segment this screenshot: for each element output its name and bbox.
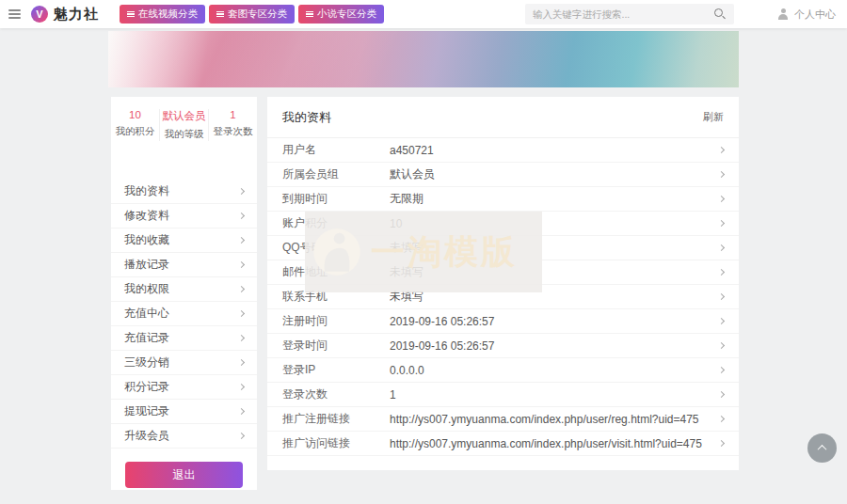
stat-value: 1 (209, 109, 257, 120)
sidebar-menu-item[interactable]: 我的收藏 (111, 228, 257, 253)
profile-row-value: 2019-09-16 05:26:57 (390, 339, 719, 353)
stat-label: 我的等级 (160, 128, 208, 141)
stat-item: 10 我的积分 (111, 109, 159, 141)
profile-row-value: a450721 (390, 144, 719, 157)
profile-row-value: 2019-09-16 05:26:57 (390, 315, 719, 328)
chevron-right-icon (718, 220, 725, 227)
search-input[interactable] (525, 4, 714, 24)
sidebar-menu-item[interactable]: 升级会员 (111, 424, 257, 449)
sidebar-menu-item[interactable]: 充值记录 (111, 326, 257, 351)
profile-row-value: 无限期 (390, 191, 719, 207)
logout-button[interactable]: 退出 (125, 462, 243, 488)
sidebar-menu-label: 积分记录 (124, 379, 169, 395)
sidebar-menu-item[interactable]: 提现记录 (111, 400, 257, 424)
chevron-right-icon (238, 433, 245, 439)
profile-row-label: 联系手机 (282, 289, 390, 305)
chevron-right-icon (718, 269, 725, 276)
category-nav-button[interactable]: 小说专区分类 (298, 5, 384, 24)
sidebar-menu-label: 升级会员 (124, 428, 169, 444)
chevron-right-icon (238, 310, 245, 317)
profile-row-value: 0.0.0.0 (390, 364, 719, 377)
chevron-right-icon (718, 391, 725, 398)
profile-sidebar: 10 我的积分 默认会员 我的等级 1 登录次数 我的资料 修改资料 (111, 97, 257, 490)
profile-row-value: 默认会员 (390, 166, 719, 182)
profile-row-label: 推广注册链接 (282, 411, 390, 427)
sidebar-menu-label: 充值记录 (124, 330, 169, 346)
profile-row[interactable]: 登录次数 1 (267, 383, 739, 407)
chevron-up-icon (818, 445, 827, 454)
sidebar-menu-item[interactable]: 充值中心 (111, 302, 257, 326)
category-nav-button[interactable]: 套图专区分类 (209, 5, 295, 24)
profile-row[interactable]: 登录IP 0.0.0.0 (267, 358, 739, 383)
search-bar (525, 4, 734, 24)
refresh-button[interactable]: 刷新 (703, 110, 724, 124)
list-icon (306, 11, 313, 18)
sidebar-menu-label: 我的收藏 (124, 232, 169, 248)
sidebar-menu-label: 修改资料 (124, 208, 169, 224)
chevron-right-icon (718, 318, 725, 324)
profile-row[interactable]: QQ号码 未填写 (267, 236, 739, 260)
stat-label: 登录次数 (209, 125, 257, 138)
profile-row[interactable]: 到期时间 无限期 (267, 187, 739, 212)
profile-row[interactable]: 推广注册链接 http://ys007.ymyuanma.com/index.p… (267, 407, 739, 432)
profile-row[interactable]: 用户名 a450721 (267, 138, 739, 163)
person-icon (777, 8, 790, 20)
profile-row[interactable]: 登录时间 2019-09-16 05:26:57 (267, 334, 739, 358)
chevron-right-icon (238, 213, 245, 219)
scroll-to-top-button[interactable] (807, 433, 837, 463)
hamburger-menu-icon[interactable] (8, 9, 21, 19)
chevron-right-icon (718, 147, 725, 153)
sidebar-menu-item[interactable]: 我的权限 (111, 277, 257, 302)
profile-row-value: 10 (390, 217, 719, 230)
sidebar-menu-item[interactable]: 修改资料 (111, 204, 257, 228)
profile-row[interactable]: 联系手机 未填写 (267, 285, 739, 309)
user-center-label: 个人中心 (794, 8, 836, 22)
profile-row[interactable]: 注册时间 2019-09-16 05:26:57 (267, 309, 739, 334)
sidebar-menu-item[interactable]: 三级分销 (111, 351, 257, 375)
profile-row-label: 登录时间 (282, 338, 390, 354)
hero-banner-image (108, 31, 739, 87)
stat-label: 我的积分 (111, 125, 159, 138)
chevron-right-icon (718, 196, 725, 202)
sidebar-menu-item[interactable]: 积分记录 (111, 375, 257, 400)
sidebar-menu-label: 我的权限 (124, 281, 169, 297)
profile-row[interactable]: 邮件地址 未填写 (267, 260, 739, 285)
category-nav-button[interactable]: 在线视频分类 (120, 5, 205, 24)
profile-row-label: 推广访问链接 (282, 435, 390, 451)
chevron-right-icon (718, 293, 725, 300)
sidebar-menu-item[interactable]: 我的资料 (111, 180, 257, 204)
chevron-right-icon (238, 335, 245, 341)
profile-row-label: 到期时间 (282, 191, 390, 207)
profile-row[interactable]: 推广访问链接 http://ys007.ymyuanma.com/index.p… (267, 432, 739, 456)
profile-row-label: QQ号码 (282, 240, 390, 256)
category-nav-label: 套图专区分类 (228, 8, 287, 21)
site-logo-icon[interactable]: V (31, 6, 48, 23)
profile-row-value: 1 (390, 388, 719, 402)
chevron-right-icon (238, 286, 245, 292)
user-stats: 10 我的积分 默认会员 我的等级 1 登录次数 (111, 97, 257, 151)
sidebar-menu-label: 播放记录 (124, 257, 169, 273)
chevron-right-icon (238, 237, 245, 244)
profile-row-label: 所属会员组 (282, 166, 390, 182)
search-icon[interactable] (714, 8, 726, 20)
chevron-right-icon (718, 171, 725, 178)
user-center-link[interactable]: 个人中心 (777, 0, 836, 28)
chevron-right-icon (238, 188, 245, 195)
list-icon (127, 11, 135, 18)
sidebar-menu: 我的资料 修改资料 我的收藏 播放记录 我的权限 (111, 180, 257, 449)
profile-row-label: 登录IP (282, 362, 390, 378)
stat-item: 默认会员 我的等级 (159, 109, 208, 141)
profile-row[interactable]: 所属会员组 默认会员 (267, 163, 739, 187)
chevron-right-icon (718, 416, 725, 422)
sidebar-menu-label: 充值中心 (124, 306, 169, 322)
sidebar-menu-item[interactable]: 播放记录 (111, 253, 257, 277)
sidebar-menu-label: 提现记录 (124, 403, 169, 419)
chevron-right-icon (238, 261, 245, 268)
sidebar-menu-label: 我的资料 (124, 183, 169, 199)
sidebar-menu-label: 三级分销 (124, 354, 169, 370)
category-nav-label: 在线视频分类 (138, 8, 198, 21)
profile-row-value: 未填写 (390, 264, 719, 280)
category-nav: 在线视频分类 套图专区分类 小说专区分类 (120, 5, 384, 24)
profile-row[interactable]: 账户积分 10 (267, 212, 739, 236)
site-brand-name[interactable]: 魅力社 (54, 6, 99, 24)
